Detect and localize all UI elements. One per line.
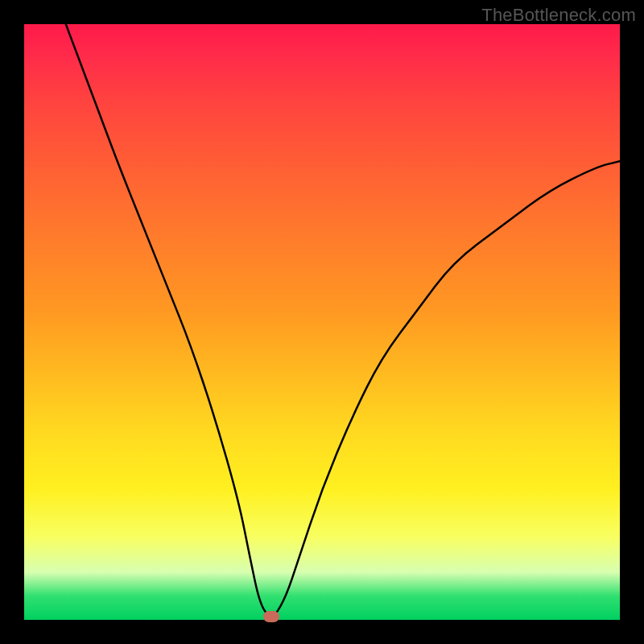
plot-area [24,24,620,620]
watermark-text: TheBottleneck.com [481,5,636,26]
chart-container: TheBottleneck.com [0,0,644,644]
optimal-point-marker [263,611,279,622]
bottleneck-curve [24,24,620,620]
